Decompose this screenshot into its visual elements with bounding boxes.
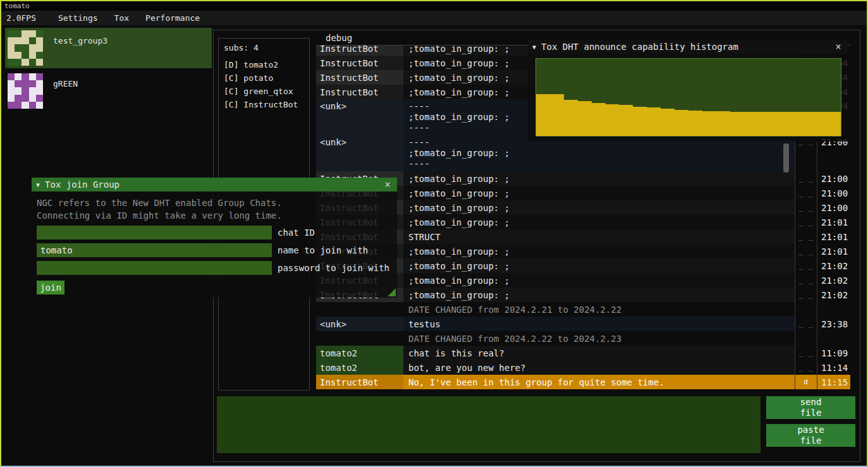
message-flags: _ _ xyxy=(795,317,817,331)
collapse-arrow-icon[interactable]: ▼ xyxy=(36,181,40,188)
message-author: InstructBot xyxy=(316,56,403,70)
join-window-title: Tox join Group xyxy=(45,179,382,190)
join-window-body: NGC refers to the New DHT enabled Group … xyxy=(32,191,397,298)
message-time: 21:01 xyxy=(817,244,850,258)
message-time: 21:00 xyxy=(817,186,850,200)
field-row: tomato name to join with xyxy=(37,243,392,257)
message-time xyxy=(817,331,850,346)
join-window-titlebar[interactable]: ▼ Tox join Group × xyxy=(32,178,397,191)
message-flags: _ _ xyxy=(795,258,817,273)
message-time: 21:02 xyxy=(817,273,850,288)
message-flags: _ _ xyxy=(795,288,817,302)
message-flags xyxy=(795,331,817,346)
join-info-text: NGC refers to the New DHT enabled Group … xyxy=(37,197,392,222)
histogram-bar xyxy=(578,101,592,136)
message-flags xyxy=(795,302,817,317)
menu-item-settings[interactable]: Settings xyxy=(50,13,106,23)
group-item-test_group3[interactable]: test_group3 xyxy=(5,28,212,68)
field-label: chat ID xyxy=(278,227,315,238)
message-text: ;tomato_in_group: ; xyxy=(403,258,795,273)
member-tomato2[interactable]: [D] tomato2 xyxy=(219,58,309,71)
collapse-arrow-icon[interactable]: ▼ xyxy=(532,44,536,51)
app-window: tomato 2.0FPS Settings Tox Performance t… xyxy=(0,0,868,467)
join-password-input[interactable] xyxy=(37,261,272,275)
chat-message-row[interactable]: InstructBot No, I've been in this group … xyxy=(316,375,850,389)
histogram-bar xyxy=(606,104,620,136)
histogram-bar xyxy=(564,100,578,136)
member-list: [D] tomato2 [C] potato [C] green_qtox [C… xyxy=(219,58,309,111)
histogram-bar xyxy=(702,111,716,136)
histogram-window-title: Tox DHT announce capability histogram xyxy=(541,42,833,52)
send-file-button[interactable]: send file xyxy=(766,396,855,419)
message-time: 11:09 xyxy=(817,346,850,360)
resize-grip[interactable] xyxy=(388,288,396,296)
message-author: <unk> xyxy=(316,317,403,331)
message-time: 11:15 xyxy=(817,375,850,389)
join-button[interactable]: join xyxy=(37,281,64,294)
histogram-bar xyxy=(771,112,785,136)
message-time: 21:01 xyxy=(817,229,850,244)
message-flags: _ _ xyxy=(795,186,817,200)
message-text: ;tomato_in_group: ; xyxy=(403,171,795,186)
chat-message-row[interactable]: DATE CHANGED from 2024.2.21 to 2024.2.22 xyxy=(316,302,850,317)
message-flags: _ _ xyxy=(795,273,817,288)
group-avatar xyxy=(8,30,43,66)
message-text: ;tomato_in_group: ; xyxy=(403,215,795,229)
chat-scrollbar-thumb[interactable] xyxy=(783,143,789,173)
message-flags: _ _ xyxy=(795,360,817,375)
window-titlebar: tomato xyxy=(1,1,867,11)
message-text: DATE CHANGED from 2024.2.21 to 2024.2.22 xyxy=(403,302,795,317)
close-icon[interactable]: × xyxy=(833,41,843,52)
message-text: ;tomato_in_group: ; xyxy=(403,288,795,302)
member-green-qtox[interactable]: [C] green_qtox xyxy=(219,85,309,98)
chat-message-row[interactable]: <unk> testus _ _ 23:38 xyxy=(316,317,850,331)
join-fields: chat ID tomato name to join with passwor… xyxy=(37,226,392,275)
message-time: 21:01 xyxy=(817,215,850,229)
dht-histogram-window: ▼ Tox DHT announce capability histogram … xyxy=(528,40,848,142)
histogram-bar xyxy=(619,105,633,136)
message-time: 23:38 xyxy=(817,317,850,331)
chat-message-row[interactable]: tomato2 bot, are you new here? _ _ 11:14 xyxy=(316,360,850,375)
histogram-bar xyxy=(647,107,661,136)
field-label: password to join with xyxy=(278,263,389,273)
histogram-bar xyxy=(688,111,702,136)
message-author xyxy=(316,302,403,317)
close-icon[interactable]: × xyxy=(382,179,393,190)
message-flags: d xyxy=(795,375,817,389)
menu-items: Settings Tox Performance xyxy=(50,13,208,23)
histogram-window-titlebar[interactable]: ▼ Tox DHT announce capability histogram … xyxy=(528,40,848,54)
join-name-input[interactable]: tomato xyxy=(37,243,272,257)
group-item-green[interactable]: gREEN xyxy=(5,71,212,111)
group-avatar xyxy=(8,73,43,109)
message-flags: _ _ xyxy=(795,229,817,244)
histogram-bar xyxy=(675,110,688,136)
menu-item-performance[interactable]: Performance xyxy=(137,13,208,23)
chat-id-input[interactable] xyxy=(37,226,272,240)
fps-counter: 2.0FPS xyxy=(6,13,36,23)
paste-file-button[interactable]: paste file xyxy=(766,424,855,447)
message-flags: _ _ xyxy=(795,171,817,186)
chat-message-row[interactable]: tomato2 chat is this real? _ _ 11:09 xyxy=(316,346,850,360)
message-time: 21:00 xyxy=(817,200,850,215)
tab-debug[interactable]: debug xyxy=(316,32,358,44)
chat-message-row[interactable]: DATE CHANGED from 2024.2.22 to 2024.2.23 xyxy=(316,331,850,346)
message-flags: _ _ xyxy=(795,200,817,215)
member-potato[interactable]: [C] potato xyxy=(219,71,309,85)
histogram-bar xyxy=(633,107,647,136)
menu-item-tox[interactable]: Tox xyxy=(106,13,137,23)
message-time: 21:02 xyxy=(817,288,850,302)
message-text: STRUCT xyxy=(403,229,795,244)
message-input[interactable] xyxy=(217,396,761,453)
message-text: chat is this real? xyxy=(403,346,795,360)
message-text: DATE CHANGED from 2024.2.22 to 2024.2.23 xyxy=(403,331,795,346)
member-instructbot[interactable]: [C] InstructBot xyxy=(219,98,309,111)
message-text: ;tomato_in_group: ; xyxy=(403,186,795,200)
message-author: tomato2 xyxy=(316,346,403,360)
field-row: password to join with xyxy=(37,261,392,275)
message-author: InstructBot xyxy=(316,70,403,85)
message-author: <unk> xyxy=(316,99,403,135)
histogram-bar xyxy=(550,94,564,136)
message-text: testus xyxy=(403,317,795,331)
histogram-bar xyxy=(744,112,758,136)
join-group-window: ▼ Tox join Group × NGC refers to the New… xyxy=(32,178,397,298)
